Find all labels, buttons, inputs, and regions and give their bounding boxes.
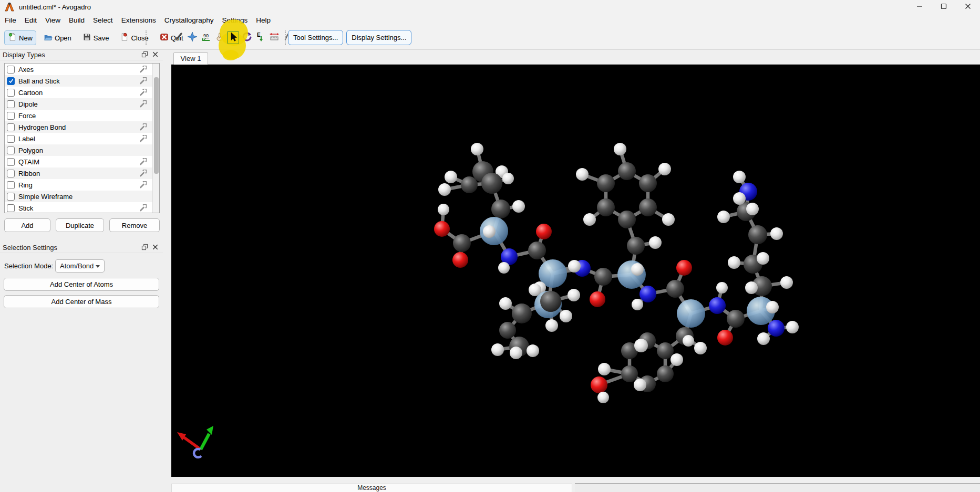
display-type-row-qtaim[interactable]: QTAIM bbox=[5, 156, 159, 168]
view-tabbar: View 1 bbox=[171, 50, 980, 65]
display-type-row-ribbon[interactable]: Ribbon bbox=[5, 168, 159, 179]
wrench-icon[interactable] bbox=[139, 100, 147, 108]
navigate-tool-button[interactable] bbox=[186, 31, 198, 44]
display-type-label: Ring bbox=[18, 181, 33, 189]
display-type-label: Cartoon bbox=[18, 89, 43, 97]
display-types-scrollbar[interactable] bbox=[152, 64, 159, 213]
wrench-icon[interactable] bbox=[139, 89, 147, 96]
bond-centric-tool-button[interactable]: 90 bbox=[200, 31, 212, 44]
menu-build[interactable]: Build bbox=[65, 15, 89, 26]
checkbox[interactable] bbox=[7, 77, 15, 85]
menubar: FileEditViewBuildSelectExtensionsCrystal… bbox=[0, 14, 980, 26]
display-type-row-dipole[interactable]: Dipole bbox=[5, 98, 159, 110]
navigate-star-icon bbox=[187, 32, 198, 44]
menu-file[interactable]: File bbox=[1, 15, 20, 26]
remove-button[interactable]: Remove bbox=[109, 218, 160, 232]
manipulate-tool-button[interactable] bbox=[213, 31, 225, 44]
left-dock-area: Display Types AxesBall and StickCartoonD… bbox=[0, 50, 171, 477]
display-type-label: Ball and Stick bbox=[18, 77, 60, 85]
save-button[interactable]: Save bbox=[79, 30, 113, 45]
auto-rotate-tool-button[interactable] bbox=[241, 31, 253, 44]
open-button[interactable]: Open bbox=[40, 30, 75, 45]
selection-settings-title: Selection Settings bbox=[3, 244, 57, 252]
wrench-icon[interactable] bbox=[139, 123, 147, 131]
wrench-icon[interactable] bbox=[139, 66, 147, 73]
new-button[interactable]: New bbox=[4, 30, 36, 45]
wrench-icon[interactable] bbox=[139, 77, 147, 85]
menu-view[interactable]: View bbox=[41, 15, 65, 26]
display-type-row-label[interactable]: Label bbox=[5, 133, 159, 144]
button-label: Save bbox=[94, 34, 109, 42]
molecule-render bbox=[171, 65, 980, 477]
duplicate-button[interactable]: Duplicate bbox=[56, 218, 104, 232]
display-type-row-ring[interactable]: Ring bbox=[5, 179, 159, 191]
auto-optimize-tool-button[interactable]: E bbox=[254, 31, 266, 44]
checkbox[interactable] bbox=[7, 193, 15, 201]
add-button[interactable]: Add bbox=[4, 218, 50, 232]
angle-90-icon: 90 bbox=[201, 32, 211, 44]
optimize-icon: E bbox=[255, 32, 266, 44]
menu-select[interactable]: Select bbox=[89, 15, 117, 26]
scrollbar-thumb[interactable] bbox=[154, 77, 159, 174]
checkbox[interactable] bbox=[7, 158, 15, 166]
display-types-close-icon[interactable] bbox=[152, 51, 159, 59]
tool-settings-button[interactable]: Tool Settings... bbox=[288, 30, 343, 45]
checkbox[interactable] bbox=[7, 100, 15, 108]
checkbox[interactable] bbox=[7, 135, 15, 143]
display-type-row-force[interactable]: Force bbox=[5, 110, 159, 121]
bottom-dock-area: Messages bbox=[0, 477, 980, 492]
display-type-row-simple-wireframe[interactable]: Simple Wireframe bbox=[5, 191, 159, 202]
wrench-icon[interactable] bbox=[139, 135, 147, 142]
wrench-icon[interactable] bbox=[139, 204, 147, 212]
draw-tool-button[interactable] bbox=[172, 31, 184, 44]
wrench-icon[interactable] bbox=[139, 158, 147, 165]
display-types-list: AxesBall and StickCartoonDipoleForceHydr… bbox=[4, 63, 160, 213]
menu-settings[interactable]: Settings bbox=[218, 15, 252, 26]
selection-settings-header[interactable]: Selection Settings bbox=[0, 243, 163, 253]
checkbox[interactable] bbox=[7, 204, 15, 212]
rotate-icon bbox=[242, 32, 252, 44]
display-type-row-hydrogen-bond[interactable]: Hydrogen Bond bbox=[5, 121, 159, 133]
messages-panel-header[interactable]: Messages bbox=[171, 484, 572, 492]
display-types-buttons: AddDuplicateRemove bbox=[4, 218, 160, 232]
menu-extensions[interactable]: Extensions bbox=[117, 15, 160, 26]
tab-view-1[interactable]: View 1 bbox=[173, 53, 208, 65]
measure-tool-button[interactable] bbox=[268, 31, 280, 44]
checkbox[interactable] bbox=[7, 66, 15, 74]
display-type-row-cartoon[interactable]: Cartoon bbox=[5, 87, 159, 98]
gl-viewport-canvas[interactable] bbox=[171, 65, 980, 477]
wrench-icon[interactable] bbox=[139, 170, 147, 177]
close-button[interactable] bbox=[956, 0, 980, 14]
menu-crystallography[interactable]: Crystallography bbox=[160, 15, 218, 26]
checkbox[interactable] bbox=[7, 123, 15, 131]
display-types-title: Display Types bbox=[3, 51, 45, 59]
display-type-row-polygon[interactable]: Polygon bbox=[5, 144, 159, 156]
selection-settings-float-icon[interactable] bbox=[141, 244, 148, 252]
add-center-of-mass-button[interactable]: Add Center of Mass bbox=[4, 295, 159, 308]
menu-help[interactable]: Help bbox=[252, 15, 275, 26]
open-folder-icon bbox=[44, 33, 53, 43]
display-type-row-stick[interactable]: Stick bbox=[5, 202, 159, 213]
display-type-row-axes[interactable]: Axes bbox=[5, 64, 159, 75]
checkbox[interactable] bbox=[7, 181, 15, 189]
svg-text:E: E bbox=[257, 32, 261, 38]
display-types-float-icon[interactable] bbox=[141, 51, 148, 59]
checkbox[interactable] bbox=[7, 146, 15, 154]
display-settings-button[interactable]: Display Settings... bbox=[346, 30, 411, 45]
menu-edit[interactable]: Edit bbox=[20, 15, 41, 26]
display-type-row-ball-and-stick[interactable]: Ball and Stick bbox=[5, 75, 159, 87]
checkbox[interactable] bbox=[7, 89, 15, 97]
selection-settings-close-icon[interactable] bbox=[152, 244, 159, 252]
selection-mode-dropdown[interactable]: Atom/Bond bbox=[55, 259, 105, 273]
add-center-of-atoms-button[interactable]: Add Center of Atoms bbox=[4, 278, 159, 291]
checkbox[interactable] bbox=[7, 112, 15, 120]
wrench-icon[interactable] bbox=[139, 181, 147, 189]
maximize-button[interactable] bbox=[932, 0, 956, 14]
bottom-right-panel[interactable] bbox=[575, 483, 980, 492]
selection-tool-button[interactable] bbox=[227, 31, 239, 44]
measure-icon bbox=[269, 32, 280, 44]
minimize-button[interactable] bbox=[907, 0, 932, 14]
axes-widget bbox=[177, 426, 213, 457]
display-types-header[interactable]: Display Types bbox=[0, 50, 163, 60]
checkbox[interactable] bbox=[7, 170, 15, 177]
